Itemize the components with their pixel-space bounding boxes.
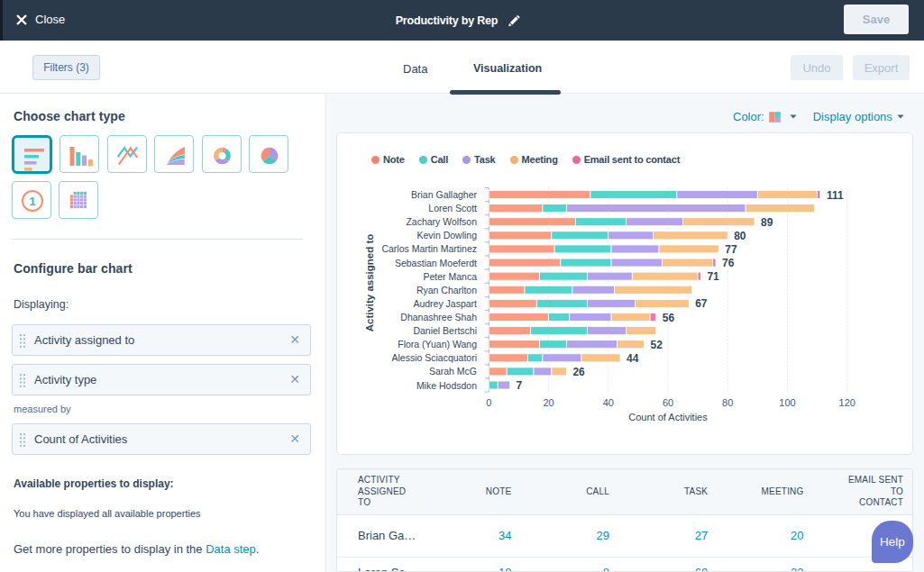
svg-text:77: 77 xyxy=(725,243,737,256)
svg-text:Ryan Charlton: Ryan Charlton xyxy=(416,285,477,295)
svg-text:80: 80 xyxy=(722,397,733,408)
svg-text:Daniel Bertschi: Daniel Bertschi xyxy=(413,325,477,336)
svg-text:0: 0 xyxy=(486,397,491,408)
svg-text:40: 40 xyxy=(603,397,614,408)
svg-text:76: 76 xyxy=(722,257,735,269)
svg-text:Brian Gallagher: Brian Gallagher xyxy=(411,189,477,200)
svg-text:120: 120 xyxy=(839,397,855,408)
svg-text:Mike Hodsdon: Mike Hodsdon xyxy=(416,380,477,391)
svg-text:Peter Manca: Peter Manca xyxy=(423,271,477,282)
svg-text:56: 56 xyxy=(663,312,675,324)
svg-text:7: 7 xyxy=(517,379,523,392)
svg-text:20: 20 xyxy=(543,397,553,408)
svg-text:Sebastian Moeferdt: Sebastian Moeferdt xyxy=(395,258,477,268)
svg-text:Loren Scott: Loren Scott xyxy=(428,203,477,213)
svg-text:111: 111 xyxy=(827,189,844,202)
svg-text:Activity assigned to: Activity assigned to xyxy=(364,234,375,332)
svg-text:52: 52 xyxy=(651,339,663,351)
svg-text:Dhanashree Shah: Dhanashree Shah xyxy=(400,312,477,322)
svg-text:89: 89 xyxy=(761,216,773,229)
svg-text:71: 71 xyxy=(707,270,719,283)
svg-text:100: 100 xyxy=(779,397,795,408)
svg-text:1: 1 xyxy=(29,195,36,208)
svg-text:Kevin Dowling: Kevin Dowling xyxy=(416,230,477,241)
svg-text:44: 44 xyxy=(627,352,639,365)
svg-text:Sarah McG: Sarah McG xyxy=(429,366,477,377)
svg-text:26: 26 xyxy=(572,366,585,378)
svg-text:Zachary Wolfson: Zachary Wolfson xyxy=(406,216,477,227)
svg-text:Count of Activities: Count of Activities xyxy=(628,412,708,422)
svg-text:67: 67 xyxy=(695,297,708,310)
svg-text:Alessio Sciacquatori: Alessio Sciacquatori xyxy=(391,352,477,363)
svg-text:Audrey Jaspart: Audrey Jaspart xyxy=(413,298,477,309)
svg-text:Carlos Martin Martinez: Carlos Martin Martinez xyxy=(381,243,477,254)
svg-text:Flora (Yuan) Wang: Flora (Yuan) Wang xyxy=(398,339,477,350)
svg-text:60: 60 xyxy=(663,397,673,408)
svg-text:80: 80 xyxy=(734,230,746,242)
